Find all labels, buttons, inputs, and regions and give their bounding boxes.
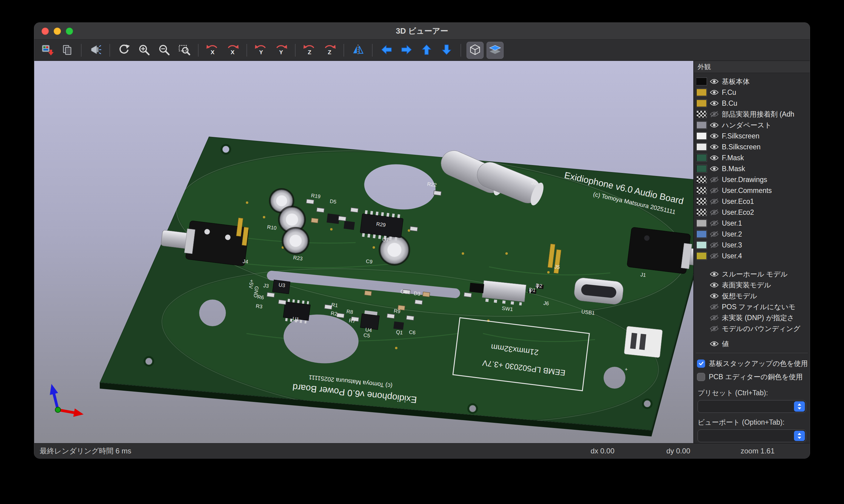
eye-off-icon[interactable]: [709, 198, 719, 205]
layer-row[interactable]: B.Mask: [696, 163, 809, 174]
layer-row[interactable]: User.Drawings: [696, 174, 809, 185]
checkbox-unchecked-icon[interactable]: [697, 373, 705, 381]
rotate-z-cw-button[interactable]: Z: [321, 42, 338, 59]
preset-combobox[interactable]: [697, 400, 806, 413]
rotate-y-ccw-button[interactable]: Y: [253, 42, 270, 59]
eye-icon[interactable]: [709, 271, 719, 277]
layer-color-swatch[interactable]: [696, 241, 707, 249]
3d-viewport[interactable]: Exidiophone v6.0 Audio Board (c) Tomoya …: [34, 61, 694, 444]
move-down-button[interactable]: [438, 42, 455, 59]
layer-row[interactable]: 基板本体: [696, 76, 809, 87]
eye-icon[interactable]: [709, 340, 719, 347]
stepper-icon[interactable]: [794, 431, 805, 441]
layer-row[interactable]: 部品実装用接着剤 (Adh: [696, 109, 809, 120]
zoom-out-button[interactable]: [156, 42, 172, 59]
eye-icon[interactable]: [709, 155, 719, 161]
layer-color-swatch[interactable]: [696, 252, 707, 259]
layer-color-swatch[interactable]: [696, 89, 707, 96]
model-option-row[interactable]: 表面実装モデル: [696, 280, 809, 290]
eye-icon[interactable]: [709, 144, 719, 150]
checkbox-checked-icon[interactable]: [697, 360, 705, 368]
eye-off-icon[interactable]: [709, 304, 719, 310]
move-left-button[interactable]: [378, 42, 395, 59]
layer-row[interactable]: User.Eco2: [696, 207, 809, 218]
eye-icon[interactable]: [709, 89, 719, 96]
layer-color-swatch[interactable]: [696, 198, 707, 205]
rotate-y-cw-button[interactable]: Y: [273, 42, 290, 59]
eye-off-icon[interactable]: [709, 187, 719, 194]
layer-row[interactable]: F.Mask: [696, 152, 809, 163]
layer-color-swatch[interactable]: [696, 220, 707, 227]
eye-icon[interactable]: [709, 122, 719, 128]
close-button[interactable]: [41, 28, 49, 35]
rotate-x-cw-button[interactable]: X: [224, 42, 241, 59]
eye-off-icon[interactable]: [709, 314, 719, 321]
layer-row[interactable]: User.Eco1: [696, 196, 809, 207]
layer-row[interactable]: User.4: [696, 251, 809, 262]
layer-row[interactable]: User.1: [696, 218, 809, 229]
eye-icon[interactable]: [709, 133, 719, 139]
eye-icon[interactable]: [709, 165, 719, 172]
layer-row[interactable]: F.Silkscreen: [696, 130, 809, 141]
eye-icon[interactable]: [709, 282, 719, 288]
layer-row[interactable]: B.Cu: [696, 98, 809, 109]
zoom-window-button[interactable]: [66, 28, 73, 35]
model-option-row[interactable]: 値: [696, 338, 809, 349]
layer-color-swatch[interactable]: [696, 176, 707, 183]
model-option-row[interactable]: スルーホール モデル: [696, 269, 809, 280]
redraw-button[interactable]: [116, 42, 133, 59]
eye-off-icon[interactable]: [709, 176, 719, 183]
layer-color-swatch[interactable]: [696, 231, 707, 238]
export-board-image-button[interactable]: [38, 42, 55, 59]
eye-icon[interactable]: [709, 293, 719, 299]
model-option-row[interactable]: 仮想モデル: [696, 290, 809, 301]
minimize-button[interactable]: [54, 28, 61, 35]
rotate-z-ccw-button[interactable]: Z: [301, 42, 318, 59]
flip-board-button[interactable]: [349, 42, 366, 59]
model-option-row[interactable]: モデルのバウンディング: [696, 323, 809, 334]
layer-row[interactable]: User.2: [696, 229, 809, 239]
eye-off-icon[interactable]: [709, 220, 719, 227]
rotate-x-ccw-button[interactable]: X: [204, 42, 221, 59]
designator-label: U7: [382, 237, 389, 243]
zoom-in-button[interactable]: [136, 42, 153, 59]
layer-color-swatch[interactable]: [696, 187, 707, 194]
layer-color-swatch[interactable]: [696, 154, 707, 161]
titlebar[interactable]: 3D ビューアー: [34, 23, 810, 40]
move-right-button[interactable]: [398, 42, 415, 59]
layer-row[interactable]: B.Silkscreen: [696, 141, 809, 152]
eye-off-icon[interactable]: [709, 209, 719, 216]
layer-row[interactable]: ハンダペースト: [696, 120, 809, 130]
statusbar: 最終レンダリング時間 6 ms dx 0.00 dy 0.00 zoom 1.6…: [34, 443, 810, 458]
checkbox-row[interactable]: 基板スタックアップの色を使用: [694, 357, 810, 370]
eye-off-icon[interactable]: [709, 111, 719, 118]
model-option-row[interactable]: 未実装 (DNP) が指定さ: [696, 312, 809, 323]
eye-icon[interactable]: [709, 100, 719, 107]
eye-off-icon[interactable]: [709, 253, 719, 259]
copy-image-button[interactable]: [58, 42, 75, 59]
eye-off-icon[interactable]: [709, 242, 719, 248]
layer-row[interactable]: User.Comments: [696, 185, 809, 196]
layer-color-swatch[interactable]: [696, 143, 707, 150]
checkbox-row[interactable]: PCB エディターの銅色を使用: [694, 370, 810, 383]
move-up-button[interactable]: [418, 42, 435, 59]
appearance-panel-button[interactable]: [486, 42, 503, 59]
layer-color-swatch[interactable]: [696, 78, 707, 85]
raytracing-toggle-button[interactable]: [87, 42, 104, 59]
layer-color-swatch[interactable]: [696, 111, 707, 118]
zoom-to-fit-button[interactable]: [175, 42, 192, 59]
viewport-combobox[interactable]: [697, 430, 806, 442]
layer-row[interactable]: User.3: [696, 239, 809, 251]
layer-color-swatch[interactable]: [696, 132, 707, 140]
eye-icon[interactable]: [709, 78, 719, 85]
layer-color-swatch[interactable]: [696, 100, 707, 107]
model-option-row[interactable]: POS ファイルにないモ: [696, 301, 809, 312]
layer-row[interactable]: F.Cu: [696, 87, 809, 98]
layer-color-swatch[interactable]: [696, 209, 707, 216]
orthographic-projection-button[interactable]: [467, 42, 484, 59]
layer-color-swatch[interactable]: [696, 165, 707, 172]
layer-color-swatch[interactable]: [696, 122, 707, 129]
eye-off-icon[interactable]: [709, 231, 719, 237]
stepper-icon[interactable]: [794, 401, 805, 412]
eye-off-icon[interactable]: [709, 325, 719, 332]
